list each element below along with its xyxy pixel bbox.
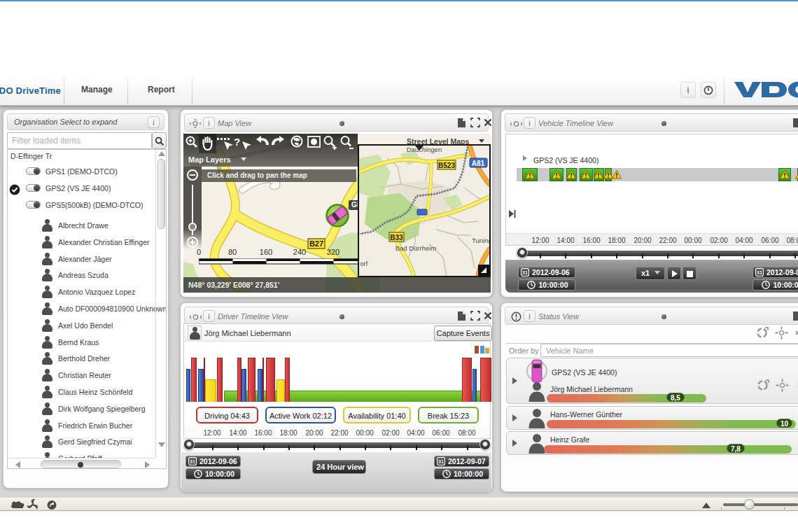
svg-text:Tuning: Tuning bbox=[472, 237, 489, 244]
svg-text:orf: orf bbox=[360, 260, 368, 267]
svg-text:?: ? bbox=[234, 136, 240, 148]
svg-text:B27: B27 bbox=[309, 239, 323, 248]
svg-text:31: 31 bbox=[522, 270, 528, 275]
svg-text:31: 31 bbox=[757, 270, 762, 275]
svg-text:B523: B523 bbox=[438, 162, 455, 169]
svg-text:Bad Dürrheim: Bad Dürrheim bbox=[396, 244, 437, 252]
svg-text:31: 31 bbox=[438, 459, 444, 464]
svg-text:31: 31 bbox=[190, 459, 195, 464]
svg-text:A81: A81 bbox=[472, 160, 485, 167]
svg-text:Dauchingen: Dauchingen bbox=[407, 146, 442, 153]
svg-text:B33: B33 bbox=[390, 234, 403, 241]
